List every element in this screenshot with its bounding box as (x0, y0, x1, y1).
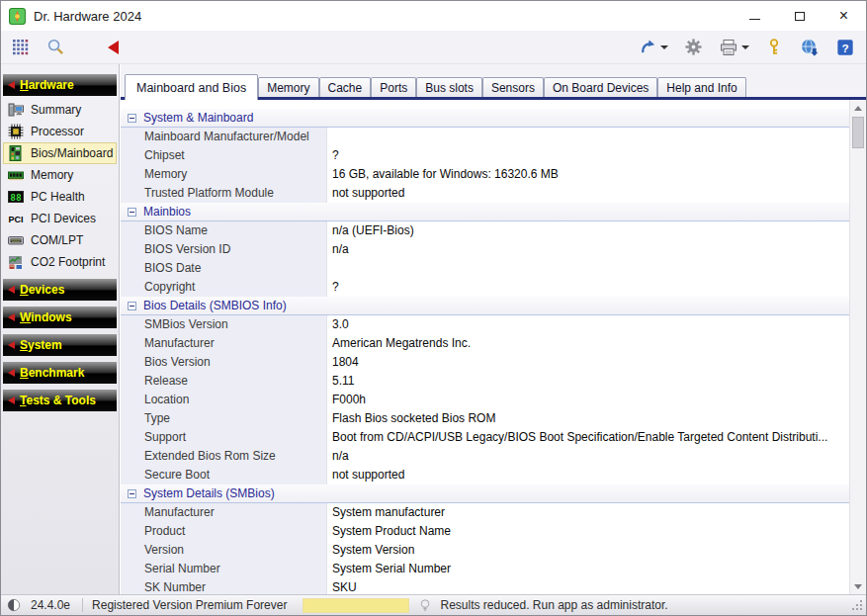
tab-help-and-info[interactable]: Help and Info (657, 77, 745, 97)
minimize-button[interactable] (733, 1, 777, 31)
sidebar-item-processor[interactable]: Processor (3, 121, 117, 142)
close-button[interactable]: × (822, 1, 866, 31)
collapse-icon[interactable] (128, 489, 136, 498)
row-label: Manufacturer (121, 503, 327, 522)
table-row[interactable]: LocationF000h (121, 391, 849, 409)
vertical-scrollbar[interactable] (849, 100, 866, 594)
section-title: Bios Details (SMBIOS Info) (143, 299, 287, 312)
tab-ports[interactable]: Ports (371, 77, 416, 97)
scroll-down-icon (854, 584, 862, 589)
table-row[interactable]: Serial NumberSystem Serial Number (121, 560, 849, 578)
collapse-icon[interactable] (128, 114, 136, 123)
resize-grip[interactable] (851, 599, 864, 612)
row-label: Secure Boot (121, 466, 327, 484)
table-row[interactable]: TypeFlash Bios socketed Bios ROM (121, 409, 849, 428)
table-row[interactable]: SK NumberSKU (121, 578, 849, 594)
sidebar-item-co2-footprint[interactable]: CO2 Footprint (3, 251, 117, 273)
web-update-icon[interactable] (799, 37, 821, 58)
close-icon: × (839, 8, 848, 24)
sidebar-item-com-lpt[interactable]: COM/LPT (3, 229, 117, 251)
table-row[interactable]: Extended Bios Rom Sizen/a (121, 447, 849, 466)
row-value: System Product Name (327, 522, 849, 541)
sidebar-item-bios-mainboard[interactable]: Bios/Mainboard (3, 142, 117, 164)
section-header-system-mainboard: System & Mainboard (121, 109, 849, 128)
sidebar-item-label: Bios/Mainboard (31, 146, 113, 160)
row-label: Manufacturer (121, 334, 327, 353)
sidebar-item-label: Memory (31, 168, 73, 182)
tab-label: Bus slots (425, 81, 474, 95)
scrollbar-thumb[interactable] (852, 117, 864, 148)
app-logo-icon (9, 8, 26, 25)
table-row[interactable]: ProductSystem Product Name (121, 522, 849, 541)
sidebar-item-pc-health[interactable]: 88PC Health (3, 186, 117, 208)
row-label: SK Number (121, 578, 327, 594)
sidebar-item-summary[interactable]: Summary (3, 99, 117, 121)
table-row[interactable]: SMBios Version3.0 (121, 315, 849, 334)
collapse-icon[interactable] (128, 208, 136, 217)
row-label: Location (121, 391, 327, 409)
sidebar-items: SummaryProcessorBios/MainboardMemory88PC… (1, 99, 119, 273)
sidebar-section-hardware[interactable]: Hardware (3, 74, 117, 96)
table-row[interactable]: Release5.11 (121, 372, 849, 391)
row-value: 5.11 (327, 372, 849, 391)
table-row[interactable]: Bios Version1804 (121, 353, 849, 372)
table-row[interactable]: Copyright? (121, 278, 849, 297)
sidebar-item-pci-devices[interactable]: PCIPCI Devices (3, 208, 117, 229)
tab-label: Ports (380, 81, 407, 95)
tab-label: Mainboard and Bios (136, 81, 246, 95)
table-row[interactable]: BIOS Date (121, 259, 849, 278)
tab-cache[interactable]: Cache (319, 77, 372, 97)
table-row[interactable]: VersionSystem Version (121, 541, 849, 560)
status-separator (82, 598, 83, 612)
table-row[interactable]: ManufacturerAmerican Megatrends Inc. (121, 334, 849, 353)
scroll-down-button[interactable] (850, 578, 866, 594)
tab-label: Help and Info (666, 81, 737, 95)
table-row[interactable]: Trusted Platform Modulenot supported (121, 184, 849, 203)
sidebar-item-memory[interactable]: Memory (3, 164, 117, 186)
table-row[interactable]: Secure Bootnot supported (121, 466, 849, 484)
summary-icon (8, 102, 25, 119)
sidebar-section-benchmark[interactable]: Benchmark (3, 362, 117, 384)
search-icon[interactable] (44, 37, 66, 58)
window-title: Dr. Hardware 2024 (34, 9, 141, 24)
sidebar-section-windows[interactable]: Windows (3, 307, 117, 328)
row-value: not supported (327, 466, 849, 484)
refresh-dropdown-caret[interactable] (660, 45, 668, 49)
settings-gear-icon[interactable] (682, 37, 704, 58)
pc-health-icon: 88 (8, 189, 25, 206)
row-value: System manufacturer (327, 503, 849, 522)
sidebar-section-system[interactable]: System (3, 334, 117, 356)
com-lpt-icon (8, 232, 25, 249)
pci-icon: PCI (8, 211, 25, 227)
section-arrow-icon (8, 341, 15, 349)
row-label: Chipset (121, 146, 327, 165)
refresh-button[interactable] (637, 37, 668, 58)
sidebar-item-label: Processor (31, 125, 84, 138)
table-row[interactable]: SupportBoot from CD/ACPI/USB Legacy/BIOS… (121, 428, 849, 447)
tab-mainboard-and-bios[interactable]: Mainboard and Bios (125, 74, 258, 100)
sidebar-section-label: Devices (20, 283, 64, 297)
table-row[interactable]: Mainboard Manufacturer/Model (121, 128, 849, 146)
print-button[interactable] (718, 37, 749, 58)
table-row[interactable]: BIOS Namen/a (UEFI-Bios) (121, 221, 849, 240)
table-row[interactable]: ManufacturerSystem manufacturer (121, 503, 849, 522)
sidebar-section-tests-tools[interactable]: Tests & Tools (3, 390, 117, 411)
tab-bus-slots[interactable]: Bus slots (416, 77, 482, 97)
table-row[interactable]: BIOS Version IDn/a (121, 240, 849, 259)
sidebar-section-devices[interactable]: Devices (3, 279, 117, 301)
collapse-icon[interactable] (128, 302, 136, 310)
help-icon[interactable]: ? (834, 37, 856, 58)
table-row[interactable]: Chipset? (121, 146, 849, 165)
back-arrow-icon[interactable] (102, 37, 124, 58)
license-key-icon[interactable] (763, 37, 785, 58)
row-value: F000h (327, 391, 849, 409)
tab-memory[interactable]: Memory (258, 77, 318, 97)
section-title: System & Mainboard (143, 111, 253, 125)
tab-on-board-devices[interactable]: On Board Devices (544, 77, 657, 97)
apps-grid-icon[interactable] (9, 37, 31, 58)
maximize-button[interactable] (777, 1, 822, 31)
scroll-up-button[interactable] (850, 100, 866, 116)
print-dropdown-caret[interactable] (741, 45, 749, 49)
table-row[interactable]: Memory16 GB, available for Windows: 1632… (121, 165, 849, 184)
tab-sensors[interactable]: Sensors (482, 77, 544, 97)
